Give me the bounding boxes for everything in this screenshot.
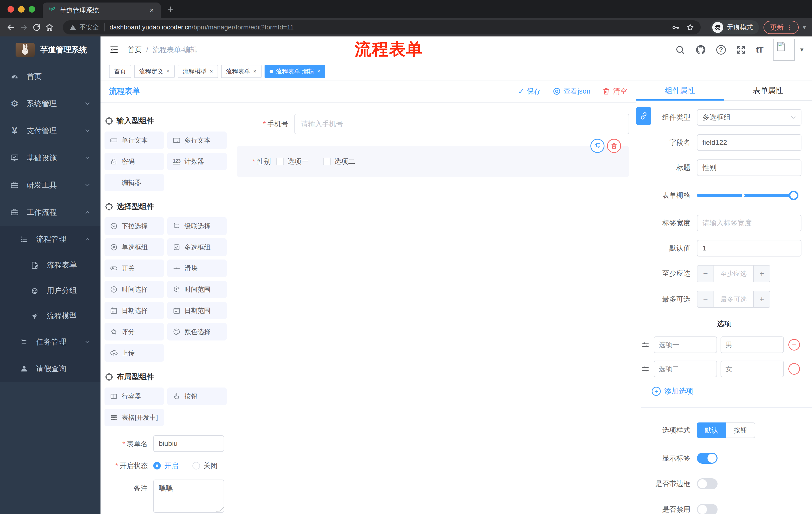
- increment-button[interactable]: +: [754, 291, 770, 307]
- palette-item-radio-group[interactable]: 单选框组: [105, 238, 164, 256]
- with-border-toggle[interactable]: [697, 478, 718, 489]
- grid-slider[interactable]: [697, 194, 793, 197]
- sidebar-item-workflow[interactable]: 工作流程: [0, 199, 100, 226]
- checkbox-unchecked-icon[interactable]: [277, 158, 284, 165]
- view-json-button[interactable]: 查看json: [552, 86, 590, 96]
- form-canvas[interactable]: *手机号 *性别 选项一 选项二: [231, 103, 636, 514]
- github-icon[interactable]: [695, 44, 706, 55]
- browser-tab[interactable]: 芋道管理系统 ×: [43, 2, 161, 18]
- help-icon[interactable]: ?: [716, 45, 726, 55]
- search-icon[interactable]: [675, 45, 685, 55]
- close-icon[interactable]: ×: [210, 68, 213, 75]
- title-input[interactable]: [697, 159, 802, 176]
- palette-item-counter[interactable]: 123计数器: [167, 153, 227, 170]
- font-size-icon[interactable]: tT: [756, 45, 763, 55]
- palette-item-slider[interactable]: 滑块: [167, 260, 227, 277]
- palette-item-upload[interactable]: 上传: [105, 344, 164, 361]
- sidebar-item-task-manage[interactable]: 任务管理: [0, 329, 100, 355]
- close-tab-icon[interactable]: ×: [148, 6, 155, 14]
- palette-item-date-picker[interactable]: 日期选择: [105, 302, 164, 319]
- checkbox-unchecked-icon[interactable]: [323, 158, 330, 165]
- max-select-value[interactable]: 最多可选: [714, 291, 754, 307]
- sidebar-item-home[interactable]: 首页: [0, 63, 100, 90]
- remove-option-button[interactable]: −: [788, 363, 800, 375]
- sidebar-item-payment[interactable]: ¥ 支付管理: [0, 117, 100, 144]
- increment-button[interactable]: +: [754, 266, 770, 282]
- avatar-caret-icon[interactable]: ▾: [800, 46, 804, 54]
- palette-item-cascader[interactable]: 级联选择: [167, 217, 227, 235]
- label-width-input[interactable]: [697, 215, 802, 231]
- canvas-field-gender-selected[interactable]: *性别 选项一 选项二: [237, 146, 629, 177]
- palette-item-select[interactable]: 下拉选择: [105, 217, 164, 235]
- disabled-toggle[interactable]: [697, 504, 718, 514]
- sidebar-item-process-form[interactable]: 流程表单: [0, 252, 100, 278]
- component-type-select[interactable]: [697, 109, 802, 126]
- palette-item-single-text[interactable]: 单行文本: [105, 132, 164, 149]
- new-tab-button[interactable]: +: [167, 4, 174, 15]
- link-icon[interactable]: [636, 107, 651, 125]
- palette-item-password[interactable]: 密码: [105, 153, 164, 170]
- canvas-field-phone[interactable]: *手机号: [237, 114, 629, 134]
- reload-icon[interactable]: [32, 23, 41, 32]
- show-label-toggle[interactable]: [697, 453, 718, 464]
- palette-item-checkbox-group[interactable]: 多选框组: [167, 238, 227, 256]
- tag-process-form[interactable]: 流程表单×: [221, 65, 262, 78]
- palette-item-rate[interactable]: 评分: [105, 323, 164, 341]
- breadcrumb-home[interactable]: 首页: [127, 45, 142, 55]
- back-icon[interactable]: [6, 23, 16, 32]
- sidebar-item-user-group[interactable]: 用户分组: [0, 278, 100, 303]
- tag-process-model[interactable]: 流程模型×: [178, 65, 218, 78]
- gender-option-1[interactable]: 选项一: [277, 157, 309, 166]
- update-browser-button[interactable]: 更新 ⋮: [763, 21, 799, 34]
- clear-button[interactable]: 清空: [602, 86, 627, 96]
- sidebar-item-devtools[interactable]: 研发工具: [0, 171, 100, 199]
- decrement-button[interactable]: −: [697, 266, 714, 282]
- duplicate-component-button[interactable]: [590, 139, 605, 153]
- remove-option-button[interactable]: −: [788, 339, 800, 351]
- palette-item-date-range[interactable]: 日期范围: [167, 302, 227, 319]
- palette-item-table-dev[interactable]: 表格[开发中]: [105, 409, 164, 426]
- close-icon[interactable]: ×: [166, 68, 170, 75]
- default-value-input[interactable]: [697, 240, 802, 256]
- palette-item-color-picker[interactable]: 颜色选择: [167, 323, 227, 341]
- palette-item-row-container[interactable]: 行容器: [105, 387, 164, 405]
- tag-process-definition[interactable]: 流程定义×: [134, 65, 175, 78]
- tag-home[interactable]: 首页: [109, 65, 131, 78]
- tab-component-props[interactable]: 组件属性: [636, 80, 724, 101]
- min-select-value[interactable]: 至少应选: [714, 266, 754, 282]
- style-default-button[interactable]: 默认: [697, 423, 726, 438]
- form-name-input[interactable]: [153, 435, 224, 452]
- decrement-button[interactable]: −: [697, 291, 714, 307]
- tab-form-props[interactable]: 表单属性: [724, 80, 812, 101]
- tag-process-form-edit-active[interactable]: 流程表单-编辑×: [265, 65, 326, 78]
- option-value-input[interactable]: [721, 360, 784, 377]
- close-icon[interactable]: ×: [253, 68, 257, 75]
- slider-handle[interactable]: [789, 191, 799, 200]
- bookmark-star-icon[interactable]: [686, 23, 694, 31]
- collapse-sidebar-icon[interactable]: [109, 45, 119, 55]
- add-option-button[interactable]: + 添加选项: [652, 386, 812, 396]
- sidebar-item-leave-query[interactable]: 请假查询: [0, 355, 100, 382]
- key-icon[interactable]: [672, 23, 679, 31]
- maximize-window-button[interactable]: [29, 6, 35, 12]
- chrome-caret-icon[interactable]: ▾: [803, 23, 806, 31]
- drag-handle-icon[interactable]: [641, 340, 650, 350]
- palette-item-editor[interactable]: 编辑器: [105, 174, 164, 191]
- option-value-input[interactable]: [721, 336, 784, 353]
- option-label-input[interactable]: [654, 336, 717, 353]
- minimize-window-button[interactable]: [18, 6, 25, 12]
- delete-component-button[interactable]: [607, 139, 621, 153]
- status-on-radio[interactable]: 开启: [153, 461, 178, 470]
- window-controls[interactable]: [0, 6, 43, 18]
- field-name-input[interactable]: [697, 134, 802, 151]
- sidebar-item-system[interactable]: ⚙ 系统管理: [0, 90, 100, 117]
- fullscreen-icon[interactable]: [736, 45, 746, 55]
- forward-icon[interactable]: [19, 23, 29, 32]
- address-bar[interactable]: 不安全 dashboard.yudao.iocoder.cn/bpm/manag…: [63, 20, 701, 34]
- phone-input[interactable]: [294, 114, 629, 134]
- close-window-button[interactable]: [7, 6, 14, 12]
- sidebar-item-process-manage[interactable]: 流程管理: [0, 226, 100, 252]
- save-button[interactable]: ✓保存: [518, 86, 541, 96]
- palette-item-time-picker[interactable]: 时间选择: [105, 281, 164, 298]
- status-off-radio[interactable]: 关闭: [193, 461, 218, 470]
